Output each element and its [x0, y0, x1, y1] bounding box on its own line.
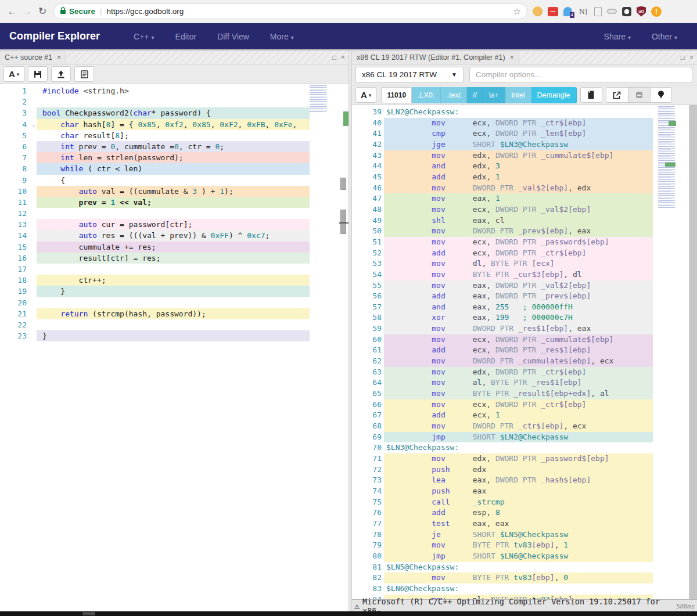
code-text[interactable]: mov edx, DWORD PTR _ctr$[ebp]	[384, 367, 653, 378]
code-text[interactable]: add ecx, DWORD PTR _res$1[ebp]	[384, 345, 653, 356]
asm-line[interactable]: 55 mov eax, DWORD PTR _val$2[ebp]	[352, 280, 697, 291]
asm-line[interactable]: 62 mov DWORD PTR _cummulate$[ebp], ecx	[352, 356, 697, 367]
asm-line[interactable]: 39$LN2@Checkpassw:	[352, 107, 697, 118]
code-text[interactable]: mov ecx, DWORD PTR _ctr$[ebp]	[384, 399, 653, 410]
asm-editor[interactable]: 39$LN2@Checkpassw:40 mov ecx, DWORD PTR …	[352, 105, 697, 613]
maximize-icon[interactable]: □	[681, 53, 685, 62]
disabled-tool-button[interactable]	[628, 87, 650, 103]
code-text[interactable]: and edx, 3	[384, 161, 653, 172]
asm-line[interactable]: 44 and edx, 3	[352, 161, 697, 172]
line-number[interactable]: 3	[0, 107, 37, 118]
asm-line[interactable]: 83$LN6@Checkpassw:	[352, 583, 697, 595]
code-text[interactable]: mov DWORD PTR _ctr$[ebp], ecx	[384, 421, 653, 432]
filter-button-text[interactable]: .text	[441, 87, 467, 103]
line-number[interactable]: 7	[0, 152, 37, 163]
line-number[interactable]: 19	[0, 286, 37, 297]
close-icon[interactable]: ×	[689, 53, 694, 62]
code-text[interactable]: char result[8];	[37, 130, 310, 141]
asm-line[interactable]: 72 push edx	[352, 464, 697, 475]
splitter-handle[interactable]	[339, 222, 348, 224]
nav-item-editor[interactable]: Editor	[165, 32, 207, 41]
line-number[interactable]: 69	[352, 432, 384, 443]
line-number[interactable]: 11	[0, 197, 37, 208]
source-line[interactable]: 17	[0, 264, 348, 275]
source-line[interactable]: 8 while ( ctr < len)	[0, 163, 348, 174]
line-number[interactable]: 44	[352, 161, 384, 172]
asm-line[interactable]: 71 mov edx, DWORD PTR _password$[ebp]	[352, 453, 697, 464]
code-text[interactable]: add edx, 1	[384, 172, 653, 183]
line-number[interactable]: 59	[352, 323, 384, 334]
source-line[interactable]: 5 char result[8];	[0, 130, 348, 141]
source-line[interactable]: 4ˆ char hash[8] = { 0x85, 0xf2, 0x85, 0x…	[0, 119, 348, 130]
code-text[interactable]: xor eax, 199 ; 000000c7H	[384, 312, 653, 323]
code-text[interactable]: mov ecx, DWORD PTR _cummulate$[ebp]	[384, 334, 653, 345]
nav-item-c-[interactable]: C++▾	[123, 32, 165, 41]
code-text[interactable]: char hash[8] = { 0x85, 0xf2, 0x85, 0xF2,…	[37, 119, 310, 130]
asm-line[interactable]: 53 mov dl, BYTE PTR [ecx]	[352, 258, 697, 269]
asm-line[interactable]: 47 mov eax, 1	[352, 193, 697, 204]
line-number[interactable]: 47	[352, 193, 384, 204]
source-line[interactable]: 16 result[ctr] = res;	[0, 253, 348, 264]
line-number[interactable]: 67	[352, 410, 384, 421]
source-line[interactable]: 11 prev = 1 << val;	[0, 197, 348, 208]
filter-button-intel[interactable]: Intel	[505, 87, 531, 103]
asm-line[interactable]: 61 add ecx, DWORD PTR _res$1[ebp]	[352, 345, 697, 356]
url-text[interactable]: https://gcc.godbolt.org	[107, 7, 513, 16]
asm-line[interactable]: 59 mov DWORD PTR _res$1[ebp], eax	[352, 323, 697, 334]
code-text[interactable]: shl eax, cl	[384, 215, 653, 226]
code-text[interactable]: mov ecx, DWORD PTR _val$2[ebp]	[384, 204, 653, 215]
line-number[interactable]: 40	[352, 118, 384, 129]
line-number[interactable]: 20	[0, 297, 37, 308]
code-text[interactable]	[37, 96, 310, 107]
asm-line[interactable]: 63 mov edx, DWORD PTR _ctr$[ebp]	[352, 367, 697, 378]
asm-line[interactable]: 69 jmp SHORT $LN2@Checkpassw	[352, 432, 697, 443]
nav-item-more[interactable]: More▾	[260, 32, 304, 41]
code-text[interactable]: #include <string.h>	[37, 85, 310, 96]
line-number[interactable]: 10	[0, 186, 37, 197]
line-number[interactable]: 70	[352, 442, 384, 453]
reddots-extension-icon[interactable]: •••	[548, 7, 558, 16]
asm-line[interactable]: 50 mov DWORD PTR _prev$[ebp], eax	[352, 226, 697, 237]
cookie-extension-icon[interactable]	[533, 6, 542, 16]
asm-line[interactable]: 81$LN5@Checkpassw:	[352, 562, 697, 573]
source-line[interactable]: 3bool Checkpassword2(char* password) {	[0, 107, 348, 118]
code-text[interactable]: call _strcmp	[384, 497, 653, 508]
asm-line[interactable]: 77 test eax, eax	[352, 518, 697, 529]
asm-line[interactable]: 70$LN3@Checkpassw:	[352, 442, 697, 453]
tab-close-icon[interactable]: ×	[510, 53, 514, 62]
code-text[interactable]: mov BYTE PTR tv83[ebp], 1	[384, 540, 653, 551]
asm-line[interactable]: 64 mov al, BYTE PTR _res$1[ebp]	[352, 377, 697, 388]
asm-line[interactable]: 40 mov ecx, DWORD PTR _ctr$[ebp]	[352, 118, 697, 129]
code-text[interactable]: jge SHORT $LN3@Checkpassw	[384, 139, 653, 150]
line-number[interactable]: 52	[352, 248, 384, 259]
filter-button-s[interactable]: \s+	[483, 87, 505, 103]
source-line[interactable]: 2	[0, 96, 348, 107]
line-number[interactable]: 64	[352, 377, 384, 388]
line-number[interactable]: 14	[0, 230, 37, 241]
line-number[interactable]: 53	[352, 258, 384, 269]
asm-line[interactable]: 75 call _strcmp	[352, 497, 697, 508]
back-icon[interactable]: ←	[5, 6, 20, 17]
asm-line[interactable]: 51 mov ecx, DWORD PTR _password$[ebp]	[352, 237, 697, 248]
code-text[interactable]: mov ecx, DWORD PTR _ctr$[ebp]	[384, 118, 653, 129]
source-line[interactable]: 1#include <string.h>	[0, 85, 348, 96]
line-number[interactable]: 57	[352, 302, 384, 313]
source-line[interactable]: 10 auto val = ((cummulate & 3 ) + 1);	[0, 186, 348, 197]
source-minimap[interactable]	[310, 85, 330, 112]
line-number[interactable]: 80	[352, 551, 384, 562]
code-text[interactable]: je SHORT $LN5@Checkpassw	[384, 529, 653, 541]
asm-line[interactable]: 45 add edx, 1	[352, 172, 697, 183]
asm-line[interactable]: 54 mov BYTE PTR _cur$3[ebp], dl	[352, 269, 697, 280]
line-number[interactable]: 18	[0, 275, 37, 286]
line-number[interactable]: 61	[352, 345, 384, 356]
nav-item-diff-view[interactable]: Diff View	[207, 32, 260, 41]
line-number[interactable]: 68	[352, 421, 384, 432]
line-number[interactable]: 82	[352, 572, 384, 583]
line-number[interactable]: 71	[352, 453, 384, 464]
font-size-button[interactable]: A▾	[355, 87, 376, 103]
asm-line[interactable]: 48 mov ecx, DWORD PTR _val$2[ebp]	[352, 204, 697, 215]
code-text[interactable]: while ( ctr < len)	[37, 163, 310, 174]
line-number[interactable]: 42	[352, 139, 384, 150]
filter-button-demangle[interactable]: Demangle	[531, 87, 577, 103]
source-line[interactable]: 9 {	[0, 175, 348, 186]
